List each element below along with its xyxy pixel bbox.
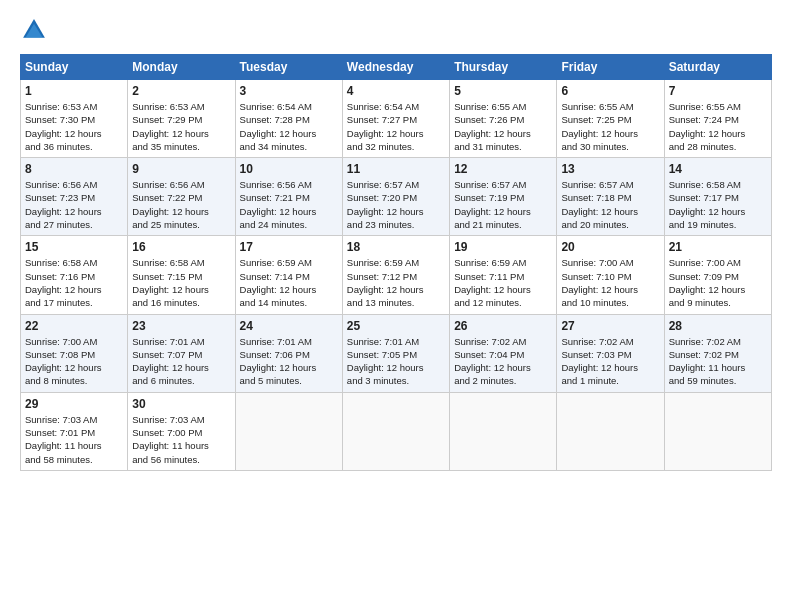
day-number: 9: [132, 162, 230, 176]
calendar-cell: 29Sunrise: 7:03 AM Sunset: 7:01 PM Dayli…: [21, 392, 128, 470]
calendar-cell: 14Sunrise: 6:58 AM Sunset: 7:17 PM Dayli…: [664, 158, 771, 236]
calendar-cell: 20Sunrise: 7:00 AM Sunset: 7:10 PM Dayli…: [557, 236, 664, 314]
weekday-header: Tuesday: [235, 55, 342, 80]
header: [20, 16, 772, 44]
cell-details: Sunrise: 7:00 AM Sunset: 7:10 PM Dayligh…: [561, 257, 638, 308]
calendar-cell: 22Sunrise: 7:00 AM Sunset: 7:08 PM Dayli…: [21, 314, 128, 392]
cell-details: Sunrise: 6:55 AM Sunset: 7:25 PM Dayligh…: [561, 101, 638, 152]
day-number: 22: [25, 319, 123, 333]
calendar-cell: [342, 392, 449, 470]
cell-details: Sunrise: 7:01 AM Sunset: 7:05 PM Dayligh…: [347, 336, 424, 387]
calendar-week-row: 29Sunrise: 7:03 AM Sunset: 7:01 PM Dayli…: [21, 392, 772, 470]
calendar-cell: 8Sunrise: 6:56 AM Sunset: 7:23 PM Daylig…: [21, 158, 128, 236]
calendar-cell: 4Sunrise: 6:54 AM Sunset: 7:27 PM Daylig…: [342, 80, 449, 158]
calendar-cell: 16Sunrise: 6:58 AM Sunset: 7:15 PM Dayli…: [128, 236, 235, 314]
day-number: 2: [132, 84, 230, 98]
cell-details: Sunrise: 7:03 AM Sunset: 7:01 PM Dayligh…: [25, 414, 102, 465]
cell-details: Sunrise: 7:01 AM Sunset: 7:06 PM Dayligh…: [240, 336, 317, 387]
cell-details: Sunrise: 6:55 AM Sunset: 7:26 PM Dayligh…: [454, 101, 531, 152]
day-number: 6: [561, 84, 659, 98]
logo-icon: [20, 16, 48, 44]
day-number: 3: [240, 84, 338, 98]
day-number: 24: [240, 319, 338, 333]
cell-details: Sunrise: 6:59 AM Sunset: 7:12 PM Dayligh…: [347, 257, 424, 308]
cell-details: Sunrise: 6:58 AM Sunset: 7:15 PM Dayligh…: [132, 257, 209, 308]
day-number: 16: [132, 240, 230, 254]
weekday-header: Friday: [557, 55, 664, 80]
day-number: 15: [25, 240, 123, 254]
cell-details: Sunrise: 7:00 AM Sunset: 7:09 PM Dayligh…: [669, 257, 746, 308]
calendar-cell: 25Sunrise: 7:01 AM Sunset: 7:05 PM Dayli…: [342, 314, 449, 392]
cell-details: Sunrise: 6:53 AM Sunset: 7:29 PM Dayligh…: [132, 101, 209, 152]
calendar-week-row: 1Sunrise: 6:53 AM Sunset: 7:30 PM Daylig…: [21, 80, 772, 158]
cell-details: Sunrise: 6:58 AM Sunset: 7:16 PM Dayligh…: [25, 257, 102, 308]
cell-details: Sunrise: 6:56 AM Sunset: 7:23 PM Dayligh…: [25, 179, 102, 230]
calendar-cell: 21Sunrise: 7:00 AM Sunset: 7:09 PM Dayli…: [664, 236, 771, 314]
calendar-week-row: 15Sunrise: 6:58 AM Sunset: 7:16 PM Dayli…: [21, 236, 772, 314]
calendar-cell: 6Sunrise: 6:55 AM Sunset: 7:25 PM Daylig…: [557, 80, 664, 158]
cell-details: Sunrise: 7:01 AM Sunset: 7:07 PM Dayligh…: [132, 336, 209, 387]
day-number: 11: [347, 162, 445, 176]
day-number: 5: [454, 84, 552, 98]
cell-details: Sunrise: 7:00 AM Sunset: 7:08 PM Dayligh…: [25, 336, 102, 387]
day-number: 29: [25, 397, 123, 411]
calendar-cell: [557, 392, 664, 470]
calendar-cell: [664, 392, 771, 470]
cell-details: Sunrise: 7:03 AM Sunset: 7:00 PM Dayligh…: [132, 414, 209, 465]
day-number: 4: [347, 84, 445, 98]
weekday-header: Monday: [128, 55, 235, 80]
calendar-cell: [450, 392, 557, 470]
calendar-cell: 18Sunrise: 6:59 AM Sunset: 7:12 PM Dayli…: [342, 236, 449, 314]
calendar-cell: 15Sunrise: 6:58 AM Sunset: 7:16 PM Dayli…: [21, 236, 128, 314]
cell-details: Sunrise: 6:54 AM Sunset: 7:27 PM Dayligh…: [347, 101, 424, 152]
page: SundayMondayTuesdayWednesdayThursdayFrid…: [0, 0, 792, 612]
calendar-cell: 30Sunrise: 7:03 AM Sunset: 7:00 PM Dayli…: [128, 392, 235, 470]
day-number: 23: [132, 319, 230, 333]
cell-details: Sunrise: 6:54 AM Sunset: 7:28 PM Dayligh…: [240, 101, 317, 152]
calendar-cell: 27Sunrise: 7:02 AM Sunset: 7:03 PM Dayli…: [557, 314, 664, 392]
calendar-cell: 28Sunrise: 7:02 AM Sunset: 7:02 PM Dayli…: [664, 314, 771, 392]
day-number: 27: [561, 319, 659, 333]
calendar-cell: 9Sunrise: 6:56 AM Sunset: 7:22 PM Daylig…: [128, 158, 235, 236]
day-number: 30: [132, 397, 230, 411]
cell-details: Sunrise: 6:59 AM Sunset: 7:14 PM Dayligh…: [240, 257, 317, 308]
calendar-cell: 5Sunrise: 6:55 AM Sunset: 7:26 PM Daylig…: [450, 80, 557, 158]
cell-details: Sunrise: 6:56 AM Sunset: 7:22 PM Dayligh…: [132, 179, 209, 230]
weekday-header: Wednesday: [342, 55, 449, 80]
day-number: 7: [669, 84, 767, 98]
calendar-cell: 12Sunrise: 6:57 AM Sunset: 7:19 PM Dayli…: [450, 158, 557, 236]
day-number: 13: [561, 162, 659, 176]
day-number: 17: [240, 240, 338, 254]
day-number: 18: [347, 240, 445, 254]
day-number: 26: [454, 319, 552, 333]
weekday-header: Sunday: [21, 55, 128, 80]
calendar-cell: 13Sunrise: 6:57 AM Sunset: 7:18 PM Dayli…: [557, 158, 664, 236]
day-number: 28: [669, 319, 767, 333]
cell-details: Sunrise: 6:58 AM Sunset: 7:17 PM Dayligh…: [669, 179, 746, 230]
logo: [20, 16, 52, 44]
cell-details: Sunrise: 6:59 AM Sunset: 7:11 PM Dayligh…: [454, 257, 531, 308]
calendar-header-row: SundayMondayTuesdayWednesdayThursdayFrid…: [21, 55, 772, 80]
cell-details: Sunrise: 6:57 AM Sunset: 7:19 PM Dayligh…: [454, 179, 531, 230]
calendar-cell: [235, 392, 342, 470]
calendar-cell: 24Sunrise: 7:01 AM Sunset: 7:06 PM Dayli…: [235, 314, 342, 392]
weekday-header: Saturday: [664, 55, 771, 80]
cell-details: Sunrise: 7:02 AM Sunset: 7:03 PM Dayligh…: [561, 336, 638, 387]
cell-details: Sunrise: 7:02 AM Sunset: 7:02 PM Dayligh…: [669, 336, 746, 387]
calendar-cell: 7Sunrise: 6:55 AM Sunset: 7:24 PM Daylig…: [664, 80, 771, 158]
day-number: 19: [454, 240, 552, 254]
day-number: 8: [25, 162, 123, 176]
day-number: 21: [669, 240, 767, 254]
day-number: 1: [25, 84, 123, 98]
weekday-header: Thursday: [450, 55, 557, 80]
cell-details: Sunrise: 6:56 AM Sunset: 7:21 PM Dayligh…: [240, 179, 317, 230]
calendar-week-row: 8Sunrise: 6:56 AM Sunset: 7:23 PM Daylig…: [21, 158, 772, 236]
calendar-cell: 3Sunrise: 6:54 AM Sunset: 7:28 PM Daylig…: [235, 80, 342, 158]
calendar-cell: 2Sunrise: 6:53 AM Sunset: 7:29 PM Daylig…: [128, 80, 235, 158]
cell-details: Sunrise: 6:55 AM Sunset: 7:24 PM Dayligh…: [669, 101, 746, 152]
cell-details: Sunrise: 6:53 AM Sunset: 7:30 PM Dayligh…: [25, 101, 102, 152]
calendar-week-row: 22Sunrise: 7:00 AM Sunset: 7:08 PM Dayli…: [21, 314, 772, 392]
calendar-cell: 23Sunrise: 7:01 AM Sunset: 7:07 PM Dayli…: [128, 314, 235, 392]
day-number: 25: [347, 319, 445, 333]
calendar-cell: 19Sunrise: 6:59 AM Sunset: 7:11 PM Dayli…: [450, 236, 557, 314]
